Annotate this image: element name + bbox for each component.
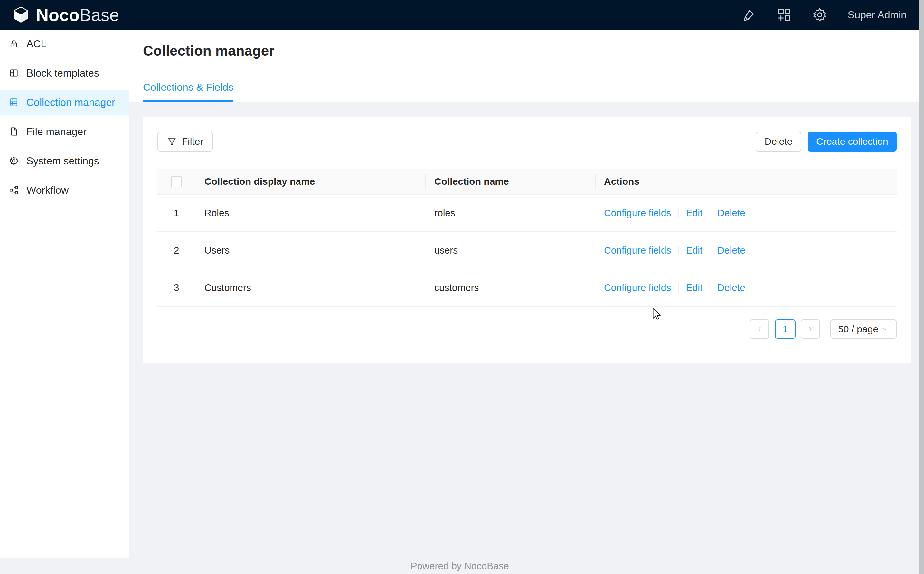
sidebar-item-acl[interactable]: ACL bbox=[0, 32, 129, 56]
cell-collection-name: roles bbox=[425, 194, 595, 232]
delete-link[interactable]: Delete bbox=[717, 282, 746, 293]
cell-collection-name: users bbox=[425, 232, 595, 269]
file-icon bbox=[9, 127, 19, 136]
layout-icon bbox=[9, 68, 19, 78]
action-divider bbox=[678, 283, 679, 293]
sidebar-item-label: Block templates bbox=[27, 67, 99, 79]
sidebar-item-system-settings[interactable]: System settings bbox=[0, 149, 129, 173]
cube-logo-icon bbox=[12, 5, 30, 24]
sidebar: ACL Block templates Collection manager bbox=[0, 30, 129, 558]
cell-actions: Configure fieldsEditDelete bbox=[595, 232, 897, 269]
filter-button[interactable]: Filter bbox=[158, 132, 213, 151]
chevron-down-icon bbox=[882, 326, 889, 333]
create-collection-button[interactable]: Create collection bbox=[808, 132, 897, 151]
edit-link[interactable]: Edit bbox=[686, 245, 703, 255]
toolbar-right: Delete Create collection bbox=[756, 132, 897, 151]
sidebar-item-label: Workflow bbox=[27, 184, 69, 196]
user-menu[interactable]: Super Admin bbox=[848, 9, 907, 21]
cell-display-name: Roles bbox=[196, 194, 425, 232]
action-divider bbox=[678, 246, 679, 255]
cell-display-name: Users bbox=[196, 232, 425, 269]
row-index: 3 bbox=[158, 269, 196, 306]
filter-button-label: Filter bbox=[182, 137, 204, 147]
sidebar-item-label: ACL bbox=[27, 38, 46, 50]
tab-collections-and-fields[interactable]: Collections & Fields bbox=[143, 81, 234, 102]
create-collection-label: Create collection bbox=[816, 137, 888, 147]
row-index: 1 bbox=[158, 194, 196, 232]
edit-link[interactable]: Edit bbox=[686, 208, 703, 218]
sidebar-item-file-manager[interactable]: File manager bbox=[0, 119, 129, 144]
appstore-add-icon[interactable] bbox=[777, 7, 792, 22]
table-row: 1 Roles roles Configure fieldsEditDelete bbox=[158, 194, 897, 232]
pagination-page-1[interactable]: 1 bbox=[775, 320, 796, 339]
sidebar-item-label: File manager bbox=[27, 126, 87, 138]
cell-actions: Configure fieldsEditDelete bbox=[595, 269, 897, 306]
edit-link[interactable]: Edit bbox=[686, 282, 703, 293]
collections-table: Collection display name Collection name … bbox=[158, 169, 897, 307]
action-divider bbox=[678, 208, 679, 218]
action-divider bbox=[709, 208, 710, 218]
table-header-row: Collection display name Collection name … bbox=[158, 169, 897, 194]
sidebar-item-collection-manager[interactable]: Collection manager bbox=[0, 90, 129, 115]
row-index: 2 bbox=[158, 232, 196, 269]
page-size-value: 50 / page bbox=[838, 324, 878, 334]
header-cell-actions: Actions bbox=[595, 169, 897, 194]
sidebar-item-block-templates[interactable]: Block templates bbox=[0, 61, 129, 85]
delete-link[interactable]: Delete bbox=[717, 208, 746, 218]
cell-collection-name: customers bbox=[425, 269, 595, 306]
configure-fields-link[interactable]: Configure fields bbox=[604, 245, 671, 255]
header-cell-select bbox=[158, 169, 196, 194]
configure-fields-link[interactable]: Configure fields bbox=[604, 282, 671, 293]
chevron-right-icon bbox=[807, 325, 814, 333]
sidebar-item-label: System settings bbox=[27, 155, 99, 167]
mouse-cursor bbox=[652, 308, 662, 321]
footer: Powered by NocoBase bbox=[0, 558, 919, 574]
cell-actions: Configure fieldsEditDelete bbox=[595, 194, 897, 232]
chevron-left-icon bbox=[756, 325, 763, 333]
vertical-scrollbar[interactable] bbox=[919, 0, 924, 574]
table-toolbar: Filter Delete Create collection bbox=[158, 132, 897, 151]
action-divider bbox=[709, 246, 710, 255]
highlighter-icon[interactable] bbox=[741, 7, 756, 22]
select-all-checkbox[interactable] bbox=[171, 176, 182, 187]
page-title: Collection manager bbox=[129, 30, 924, 59]
table-row: 2 Users users Configure fieldsEditDelete bbox=[158, 232, 897, 269]
pagination-prev-button[interactable] bbox=[750, 320, 769, 339]
gear-icon bbox=[9, 156, 19, 166]
footer-text: Powered by NocoBase bbox=[411, 560, 509, 571]
page-header: Collection manager Collections & Fields bbox=[129, 30, 924, 102]
lock-icon bbox=[9, 39, 19, 49]
cell-display-name: Customers bbox=[196, 269, 425, 306]
collections-card: Filter Delete Create collection Collecti… bbox=[143, 117, 911, 363]
filter-funnel-icon bbox=[167, 137, 177, 147]
table-row: 3 Customers customers Configure fieldsEd… bbox=[158, 269, 897, 306]
topbar: NocoBase bbox=[0, 0, 924, 30]
partition-icon bbox=[9, 185, 19, 195]
delete-button-label: Delete bbox=[764, 137, 793, 147]
header-cell-collection-name: Collection name bbox=[425, 169, 595, 194]
topbar-actions: Super Admin bbox=[741, 7, 907, 22]
delete-button[interactable]: Delete bbox=[756, 132, 801, 151]
gear-icon[interactable] bbox=[812, 7, 827, 22]
delete-link[interactable]: Delete bbox=[717, 245, 746, 255]
sidebar-item-workflow[interactable]: Workflow bbox=[0, 178, 129, 202]
sidebar-item-label: Collection manager bbox=[27, 96, 115, 109]
header-cell-display-name: Collection display name bbox=[196, 169, 425, 194]
pagination: 1 50 / page bbox=[158, 320, 897, 339]
action-divider bbox=[709, 283, 710, 293]
app-root: NocoBase bbox=[0, 0, 924, 574]
pagination-next-button[interactable] bbox=[801, 320, 820, 339]
page-size-select[interactable]: 50 / page bbox=[830, 320, 897, 339]
nocobase-logo[interactable]: NocoBase bbox=[12, 5, 119, 24]
logo-text: NocoBase bbox=[36, 6, 119, 24]
configure-fields-link[interactable]: Configure fields bbox=[604, 208, 671, 218]
database-icon bbox=[9, 98, 19, 107]
